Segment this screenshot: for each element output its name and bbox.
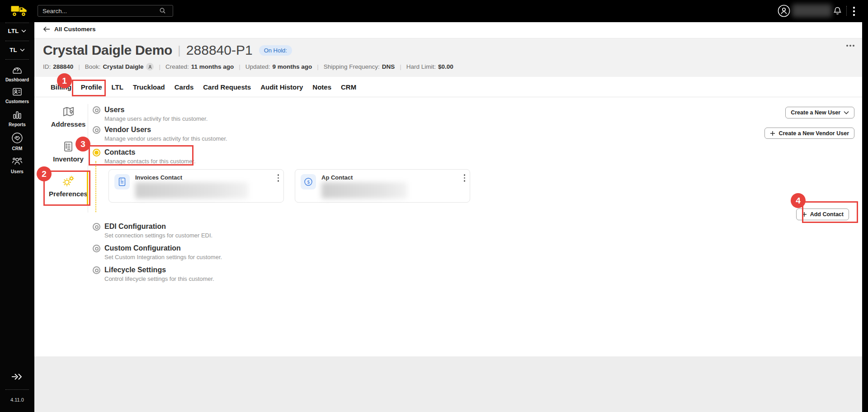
option-desc: Set connection settings for customer EDI… xyxy=(104,232,212,239)
mode-tl-label: TL xyxy=(9,47,17,53)
breadcrumb-label: All Customers xyxy=(54,26,96,33)
tab-billing[interactable]: Billing xyxy=(51,83,71,91)
option-title[interactable]: Vendor Users xyxy=(104,126,227,134)
create-new-user-button[interactable]: Create a New User xyxy=(785,107,854,118)
tab-ltl[interactable]: LTL xyxy=(112,83,123,91)
topbar-divider xyxy=(846,6,847,16)
selected-option-connector xyxy=(95,161,96,212)
sidebar: LTL TL Dashboard Customers xyxy=(0,22,34,412)
app-version: 4.11.0 xyxy=(0,397,34,403)
expand-sidebar-icon[interactable] xyxy=(0,371,34,382)
tab-notes[interactable]: Notes xyxy=(312,83,331,91)
create-new-vendor-user-button[interactable]: Create a New Vendor User xyxy=(764,128,854,139)
subnav-item-inventory[interactable]: Inventory xyxy=(34,141,102,163)
option-users: Users Manage users activity for this cus… xyxy=(93,106,208,122)
option-contacts: Contacts Manage contacts for this custom… xyxy=(93,148,196,165)
radio-contacts[interactable] xyxy=(93,149,100,156)
meta-label: Updated: xyxy=(245,63,270,70)
sidebar-item-label: Reports xyxy=(9,122,26,127)
users-icon xyxy=(11,156,23,167)
header-more-menu-icon[interactable] xyxy=(846,45,854,47)
sidebar-item-crm[interactable]: CRM xyxy=(0,132,34,151)
sidebar-mode-tl[interactable]: TL xyxy=(0,47,34,53)
add-contact-button[interactable]: Add Contact xyxy=(796,208,849,220)
meta-separator: | xyxy=(239,63,241,70)
card-kebab-menu-icon[interactable] xyxy=(278,174,279,182)
crm-icon xyxy=(11,132,23,144)
contact-card-invoices[interactable]: $ Invoices Contact xyxy=(108,169,284,203)
sidebar-item-dashboard[interactable]: Dashboard xyxy=(0,65,34,82)
sidebar-item-label: Users xyxy=(11,169,24,174)
sidebar-mode-ltl[interactable]: LTL xyxy=(0,28,34,34)
option-vendor-users: Vendor Users Manage vendor users activit… xyxy=(93,126,227,142)
meta-label: Hard Limit: xyxy=(406,63,436,70)
meta-value: 11 months ago xyxy=(191,63,234,70)
radio-edi-configuration[interactable] xyxy=(93,223,100,231)
meta-row: ID: 288840 | Book: Crystal Daigle | Crea… xyxy=(43,63,453,71)
tab-audit-history[interactable]: Audit History xyxy=(260,83,303,91)
tab-cards[interactable]: Cards xyxy=(175,83,194,91)
sidebar-item-label: Dashboard xyxy=(5,77,29,82)
radio-custom-configuration[interactable] xyxy=(93,245,100,252)
dashboard-icon xyxy=(12,65,23,75)
sidebar-item-customers[interactable]: Customers xyxy=(0,87,34,104)
status-badge: On Hold: xyxy=(259,45,292,56)
sidebar-item-reports[interactable]: Reports xyxy=(0,110,34,127)
meta-separator: | xyxy=(317,63,319,70)
sidebar-separator xyxy=(5,41,29,41)
chevron-down-icon xyxy=(20,48,25,52)
card-kebab-menu-icon[interactable] xyxy=(464,174,466,182)
meta-separator: | xyxy=(159,63,160,70)
dollar-circle-icon: $ xyxy=(301,174,316,189)
title-row: Crystal Daigle Demo | 288840-P1 On Hold: xyxy=(43,43,292,58)
search-icon xyxy=(159,7,166,14)
breadcrumb-back[interactable]: All Customers xyxy=(43,26,96,33)
meta-separator: | xyxy=(400,63,401,70)
radio-lifecycle-settings[interactable] xyxy=(93,266,100,274)
kebab-menu-icon[interactable] xyxy=(853,6,855,16)
subnav-item-preferences[interactable]: Preferences xyxy=(34,175,102,198)
chevron-down-icon xyxy=(844,111,849,114)
button-label: Add Contact xyxy=(810,211,844,218)
meta-label: ID: xyxy=(43,63,51,70)
app-root: LTL TL Dashboard Customers xyxy=(0,0,868,412)
breadcrumb-bar: All Customers xyxy=(34,22,862,38)
sidebar-separator xyxy=(5,389,29,390)
person-badge-icon xyxy=(146,63,154,71)
option-title[interactable]: Users xyxy=(104,106,208,114)
meta-value: Crystal Daigle xyxy=(103,63,143,70)
option-title[interactable]: Contacts xyxy=(104,148,196,156)
radio-vendor-users[interactable] xyxy=(93,126,100,134)
customers-icon xyxy=(12,87,23,97)
option-custom-configuration: Custom Configuration Set Custom Integrat… xyxy=(93,244,222,260)
sidebar-item-users[interactable]: Users xyxy=(0,156,34,174)
tab-truckload[interactable]: Truckload xyxy=(133,83,165,91)
meta-value: 9 months ago xyxy=(273,63,312,70)
tab-crm[interactable]: CRM xyxy=(341,83,356,91)
tab-card-requests[interactable]: Card Requests xyxy=(203,83,251,91)
meta-value: DNS xyxy=(382,63,395,70)
option-title[interactable]: EDI Configuration xyxy=(104,223,212,231)
back-arrow-icon xyxy=(43,26,50,32)
tab-profile[interactable]: Profile xyxy=(81,83,102,91)
window-edge-strip xyxy=(862,0,868,412)
option-title[interactable]: Lifecycle Settings xyxy=(104,266,214,274)
title-separator: | xyxy=(178,43,181,57)
mode-ltl-label: LTL xyxy=(8,28,19,34)
invoice-document-icon: $ xyxy=(114,174,130,189)
contact-card-ap[interactable]: $ Ap Contact xyxy=(295,169,470,203)
contact-card-title: Ap Contact xyxy=(321,174,353,181)
subnav-item-addresses[interactable]: Addresses xyxy=(34,106,102,128)
sidebar-item-label: Customers xyxy=(5,99,29,104)
plus-icon xyxy=(770,131,775,136)
truck-logo[interactable] xyxy=(10,3,28,19)
map-icon xyxy=(62,106,75,118)
meta-separator: | xyxy=(78,63,80,70)
option-title[interactable]: Custom Configuration xyxy=(104,244,222,252)
radio-users[interactable] xyxy=(93,106,100,114)
top-bar xyxy=(0,0,868,22)
avatar-icon[interactable] xyxy=(778,5,790,17)
button-label: Create a New Vendor User xyxy=(778,130,849,137)
search-input[interactable] xyxy=(38,5,173,17)
bell-icon[interactable] xyxy=(833,6,842,15)
